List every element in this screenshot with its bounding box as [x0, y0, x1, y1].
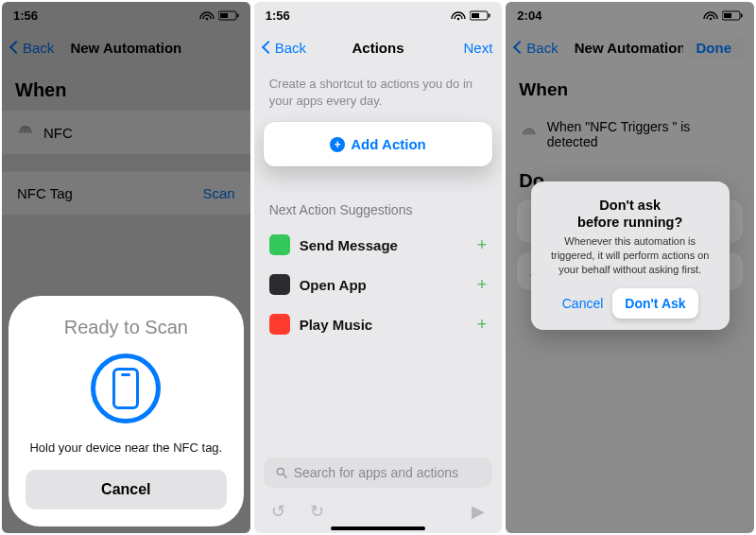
- screen-2: 1:56 Back Actions Next Create a shortcut…: [254, 2, 503, 533]
- suggestions-header: Next Action Suggestions: [254, 166, 503, 225]
- open-app-icon: [269, 274, 290, 295]
- suggestion-label: Open App: [300, 277, 367, 293]
- add-action-label: Add Action: [351, 136, 425, 152]
- nfc-scan-icon: [91, 354, 161, 423]
- alert-dont-ask-button[interactable]: Don't Ask: [612, 288, 697, 319]
- messages-app-icon: [269, 234, 290, 255]
- screen-1: 1:56 Back New Automation When NFC NFC Ta…: [2, 2, 250, 533]
- suggestion-label: Send Message: [300, 237, 398, 253]
- add-suggestion-icon[interactable]: +: [477, 275, 488, 295]
- suggestion-open-app[interactable]: Open App +: [254, 265, 503, 304]
- status-bar: 1:56: [254, 2, 503, 28]
- status-icons: [451, 10, 490, 21]
- svg-rect-6: [472, 13, 479, 18]
- alert-title: Don't ask before running?: [544, 197, 716, 231]
- bottom-toolbar: ↺ ↻ ▶: [254, 501, 503, 522]
- search-placeholder: Search for apps and actions: [294, 465, 458, 480]
- chevron-left-icon: [262, 41, 275, 54]
- suggestion-send-message[interactable]: Send Message +: [254, 225, 503, 265]
- add-suggestion-icon[interactable]: +: [477, 235, 488, 255]
- back-button[interactable]: Back: [264, 40, 306, 56]
- play-icon[interactable]: ▶: [472, 501, 485, 522]
- screen-3: 2:04 Back New Automation Done When When …: [506, 2, 754, 533]
- svg-line-9: [283, 475, 286, 478]
- confirm-alert: Don't ask before running? Whenever this …: [531, 181, 730, 330]
- nfc-scan-sheet: Ready to Scan Hold your device near the …: [9, 296, 244, 526]
- sheet-subtitle: Hold your device near the NFC tag.: [26, 440, 227, 455]
- plus-circle-icon: +: [330, 137, 345, 152]
- alert-cancel-button[interactable]: Cancel: [562, 296, 604, 311]
- suggestion-label: Play Music: [300, 317, 373, 333]
- back-label: Back: [275, 40, 306, 56]
- nav-bar: Back Actions Next: [254, 28, 503, 66]
- status-time: 1:56: [266, 9, 290, 23]
- redo-icon[interactable]: ↻: [310, 501, 324, 522]
- search-icon: [275, 466, 288, 479]
- sheet-cancel-button[interactable]: Cancel: [26, 470, 227, 509]
- add-action-button[interactable]: + Add Action: [264, 122, 493, 166]
- suggestion-play-music[interactable]: Play Music +: [254, 304, 503, 344]
- add-suggestion-icon[interactable]: +: [477, 315, 488, 335]
- alert-body: Whenever this automation is triggered, i…: [544, 234, 716, 277]
- sheet-title: Ready to Scan: [26, 317, 227, 338]
- svg-rect-7: [489, 13, 490, 17]
- actions-hint: Create a shortcut to actions you do in y…: [254, 66, 503, 122]
- undo-icon[interactable]: ↺: [271, 501, 285, 522]
- svg-point-8: [277, 468, 284, 475]
- home-indicator: [331, 526, 425, 530]
- svg-point-4: [457, 17, 460, 20]
- search-input[interactable]: Search for apps and actions: [264, 457, 493, 488]
- next-button[interactable]: Next: [464, 40, 493, 56]
- music-app-icon: [269, 314, 290, 335]
